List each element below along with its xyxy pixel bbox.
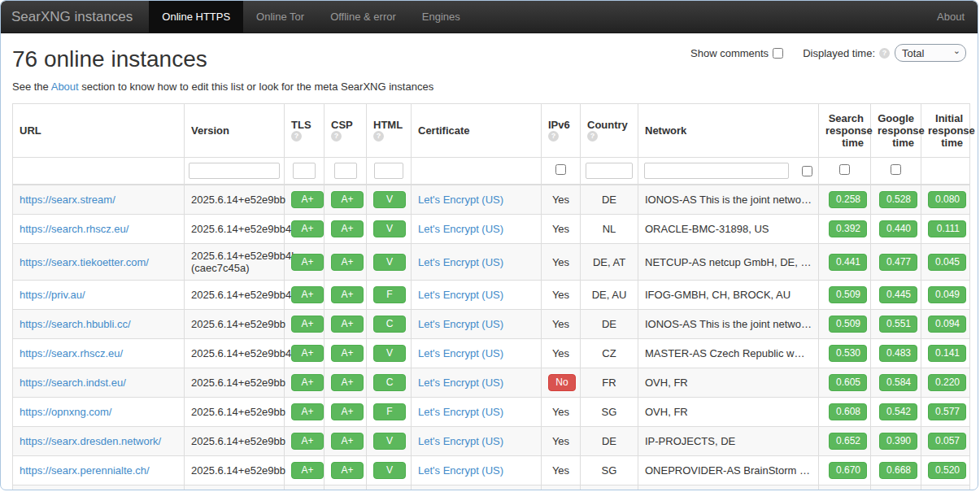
- html-grade-badge[interactable]: F: [373, 403, 406, 420]
- certificate-link[interactable]: Let's Encrypt (US): [418, 377, 503, 389]
- tls-grade-badge[interactable]: A+: [291, 403, 324, 420]
- instance-url-link[interactable]: https://searx.tiekoetter.com/: [20, 256, 149, 268]
- tls-grade-badge[interactable]: A+: [291, 316, 324, 333]
- search-time-badge: 0.509: [829, 316, 867, 333]
- help-icon[interactable]: ?: [548, 131, 559, 142]
- instance-url-link[interactable]: https://search.hbubli.cc/: [20, 318, 131, 330]
- tls-grade-badge[interactable]: A+: [291, 286, 324, 303]
- instances-table: URLVersionTLS ?CSP ?HTML ?CertificateIPv…: [12, 103, 970, 490]
- instance-url-link[interactable]: https://searx.rhscz.eu/: [20, 347, 123, 359]
- instance-url-link[interactable]: https://searx.perennialte.ch/: [20, 464, 150, 477]
- certificate-link[interactable]: Let's Encrypt (US): [418, 194, 503, 206]
- search-time-badge: 0.530: [829, 345, 867, 362]
- html-grade-badge[interactable]: V: [373, 254, 406, 271]
- filter-version-input[interactable]: [189, 163, 280, 179]
- search-time-badge-cell: 0.670: [819, 456, 871, 485]
- filter-ipv6-checkbox[interactable]: [555, 164, 566, 175]
- certificate-link[interactable]: Let's Encrypt (US): [418, 223, 503, 235]
- csp-grade-badge[interactable]: A+: [331, 286, 364, 303]
- csp-grade-badge[interactable]: A+: [331, 462, 364, 479]
- filter-google-time-checkbox[interactable]: [891, 164, 901, 175]
- search-time-badge-cell: 0.258: [819, 185, 871, 215]
- instance-url-link[interactable]: https://search.indst.eu/: [20, 377, 126, 389]
- filter-country-input[interactable]: [586, 163, 633, 179]
- filter-csp-input[interactable]: [334, 163, 357, 179]
- csp-grade-badge[interactable]: A+: [331, 374, 364, 391]
- country-cell: US: [581, 485, 638, 491]
- google-time-badge: 0.445: [879, 286, 917, 303]
- displayed-time-select[interactable]: Total: [895, 44, 966, 62]
- tls-grade-badge[interactable]: A+: [291, 191, 324, 208]
- help-icon[interactable]: ?: [291, 131, 302, 142]
- csp-grade-badge[interactable]: A+: [331, 220, 364, 237]
- column-header-search-response-time: Search response time: [819, 104, 871, 158]
- initial-time-badge: 0.520: [928, 462, 966, 479]
- ipv6-cell: Yes: [542, 185, 581, 215]
- column-header-html: HTML ?: [367, 104, 412, 158]
- instance-url-link[interactable]: https://searx.stream/: [20, 194, 115, 206]
- html-grade-badge-cell: C: [367, 310, 412, 339]
- html-grade-badge[interactable]: V: [373, 191, 406, 208]
- csp-grade-badge-cell: A+: [324, 368, 367, 398]
- search-time-badge-cell: 0.605: [819, 368, 871, 398]
- subtitle-suffix: section to know how to edit this list or…: [79, 81, 433, 93]
- filter-tls-input[interactable]: [293, 163, 316, 179]
- certificate-link[interactable]: Let's Encrypt (US): [418, 256, 503, 268]
- nav-tab-online-https[interactable]: Online HTTPS: [149, 1, 243, 33]
- search-time-badge: 0.652: [829, 433, 867, 450]
- html-grade-badge[interactable]: C: [373, 374, 406, 391]
- filter-network-input[interactable]: [644, 163, 789, 179]
- filter-html-input[interactable]: [374, 163, 403, 179]
- displayed-time-help-icon[interactable]: ?: [879, 48, 890, 59]
- help-icon[interactable]: ?: [373, 131, 384, 142]
- csp-grade-badge-cell: A+: [324, 310, 367, 339]
- html-grade-badge[interactable]: V: [373, 433, 406, 450]
- tls-grade-badge[interactable]: A+: [291, 254, 324, 271]
- tls-grade-badge[interactable]: A+: [291, 374, 324, 391]
- certificate-link[interactable]: Let's Encrypt (US): [418, 289, 503, 301]
- certificate-link[interactable]: Let's Encrypt (US): [418, 464, 503, 477]
- csp-grade-badge[interactable]: A+: [331, 433, 364, 450]
- csp-grade-badge[interactable]: A+: [331, 403, 364, 420]
- nav-tab-online-tor[interactable]: Online Tor: [243, 1, 317, 33]
- csp-grade-badge[interactable]: A+: [331, 345, 364, 362]
- csp-grade-badge[interactable]: A+: [331, 191, 364, 208]
- csp-grade-badge[interactable]: A+: [331, 254, 364, 271]
- certificate-link-cell: Let's Encrypt (US): [412, 244, 542, 281]
- certificate-link[interactable]: Let's Encrypt (US): [418, 435, 503, 447]
- help-icon[interactable]: ?: [331, 131, 342, 142]
- help-icon[interactable]: ?: [587, 131, 598, 142]
- html-grade-badge[interactable]: F: [373, 286, 406, 303]
- instance-url-link[interactable]: https://searx.dresden.network/: [20, 435, 161, 447]
- instance-url-link[interactable]: https://priv.au/: [20, 289, 85, 301]
- column-header-certificate: Certificate: [412, 104, 542, 158]
- nav-about-link[interactable]: About: [924, 1, 978, 33]
- filter-search-time-checkbox[interactable]: [839, 164, 850, 175]
- network-cell: IP-PROJECTS, DE: [638, 427, 819, 456]
- tls-grade-badge[interactable]: A+: [291, 220, 324, 237]
- certificate-link[interactable]: Let's Encrypt (US): [418, 318, 503, 330]
- certificate-link[interactable]: Let's Encrypt (US): [418, 406, 503, 418]
- instance-url-link-cell: https://searx.perennialte.ch/: [13, 456, 185, 485]
- column-header-label: Initial response time: [928, 112, 975, 149]
- tls-grade-badge[interactable]: A+: [291, 433, 324, 450]
- html-grade-badge[interactable]: V: [373, 220, 406, 237]
- nav-tab-offline-error[interactable]: Offline & error: [317, 1, 409, 33]
- instance-row: https://searx.dresden.network/2025.6.14+…: [13, 427, 970, 456]
- csp-grade-badge[interactable]: A+: [331, 316, 364, 333]
- html-grade-badge[interactable]: V: [373, 462, 406, 479]
- certificate-link[interactable]: Let's Encrypt (US): [418, 347, 503, 359]
- nav-tab-engines[interactable]: Engines: [409, 1, 473, 33]
- initial-time-badge-cell: 0.520: [921, 456, 970, 485]
- instance-url-link[interactable]: https://opnxng.com/: [20, 406, 111, 418]
- html-grade-badge[interactable]: V: [373, 345, 406, 362]
- instance-url-link[interactable]: https://search.rhscz.eu/: [20, 223, 128, 235]
- tls-grade-badge[interactable]: A+: [291, 462, 324, 479]
- tls-grade-badge[interactable]: A+: [291, 345, 324, 362]
- about-link[interactable]: About: [51, 81, 79, 93]
- show-comments-checkbox[interactable]: [773, 48, 783, 59]
- filter-ipv6-cell: [542, 158, 581, 185]
- filter-network-checkbox[interactable]: [802, 166, 812, 176]
- initial-time-badge-cell: 0.577: [921, 398, 970, 427]
- html-grade-badge[interactable]: C: [373, 316, 406, 333]
